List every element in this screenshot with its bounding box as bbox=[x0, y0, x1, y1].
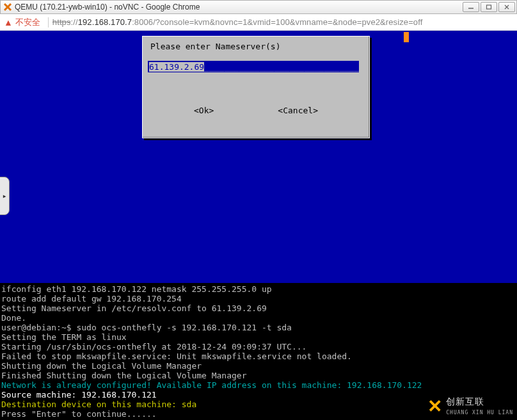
terminal-line: Setting the TERM as linux bbox=[1, 332, 515, 342]
terminal-line: ifconfig eth1 192.168.170.122 netmask 25… bbox=[1, 284, 515, 294]
terminal-line: Source machine: 192.168.170.121 bbox=[1, 390, 515, 400]
input-underline: _______________________________ bbox=[204, 62, 360, 72]
terminal-line: Finished Shutting down the Logical Volum… bbox=[1, 371, 515, 380]
close-button[interactable] bbox=[498, 2, 515, 12]
maximize-button[interactable] bbox=[481, 2, 497, 12]
text-cursor bbox=[404, 32, 409, 42]
terminal-line: Setting Nameserver in /etc/resolv.conf t… bbox=[1, 303, 515, 313]
insecure-icon: ▲ bbox=[4, 17, 13, 28]
window-titlebar: QEMU (170.21-ywb-win10) - noVNC - Google… bbox=[0, 0, 517, 14]
terminal-line: Shutting down the Logical Volume Manager bbox=[1, 361, 515, 371]
terminal-line: route add default gw 192.168.170.254 bbox=[1, 294, 515, 303]
terminal-line: Failed to stop mkswapfile.service: Unit … bbox=[1, 351, 515, 361]
url-text: https://192.168.170.7:8006/?console=kvm&… bbox=[52, 17, 423, 27]
terminal-line: Done. bbox=[1, 313, 515, 323]
window-title: QEMU (170.21-ywb-win10) - noVNC - Google… bbox=[15, 3, 463, 12]
nameserver-input[interactable]: 61.139.2.69_____________________________… bbox=[148, 61, 359, 72]
terminal-line: Destination device on this machine: sda bbox=[1, 400, 515, 409]
input-value: 61.139.2.69 bbox=[149, 62, 204, 72]
insecure-label: 不安全 bbox=[15, 17, 40, 28]
minimize-button[interactable] bbox=[463, 2, 479, 12]
terminal-line: Network is already configured! Available… bbox=[1, 380, 515, 390]
vnc-console[interactable]: ▸ Please enter Nameserver(s) 61.139.2.69… bbox=[0, 31, 517, 420]
terminal-output: ifconfig eth1 192.168.170.122 netmask 25… bbox=[0, 283, 517, 420]
terminal-line: Starting /usr/sbin/ocs-onthefly at 2018-… bbox=[1, 342, 515, 351]
terminal-line: user@debian:~$ sudo ocs-onthefly -s 192.… bbox=[1, 323, 515, 332]
terminal-line: Press "Enter" to continue...... bbox=[1, 409, 515, 419]
address-bar[interactable]: ▲ 不安全 https://192.168.170.7:8006/?consol… bbox=[0, 14, 517, 31]
cancel-button[interactable]: <Cancel> bbox=[278, 106, 318, 115]
svg-rect-3 bbox=[487, 5, 491, 9]
novnc-panel-handle[interactable]: ▸ bbox=[0, 177, 10, 215]
app-icon bbox=[3, 3, 12, 12]
dialog-title: Please enter Nameserver(s) bbox=[150, 42, 281, 51]
ok-button[interactable]: <Ok> bbox=[194, 106, 214, 115]
nameserver-dialog: Please enter Nameserver(s) 61.139.2.69__… bbox=[142, 36, 370, 138]
divider bbox=[48, 17, 49, 28]
window-controls bbox=[463, 2, 515, 12]
